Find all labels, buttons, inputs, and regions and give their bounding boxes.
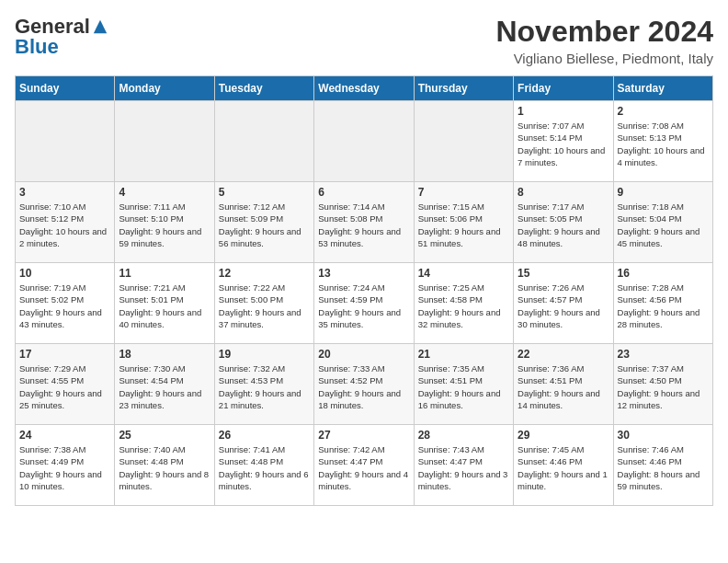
calendar-cell: 20Sunrise: 7:33 AMSunset: 4:52 PMDayligh… [314, 344, 414, 425]
day-number: 12 [219, 267, 310, 280]
day-info: Sunrise: 7:41 AMSunset: 4:48 PMDaylight:… [219, 443, 310, 492]
day-number: 28 [418, 429, 509, 442]
calendar-cell: 8Sunrise: 7:17 AMSunset: 5:05 PMDaylight… [514, 182, 613, 263]
calendar-cell: 17Sunrise: 7:29 AMSunset: 4:55 PMDayligh… [16, 344, 115, 425]
day-info: Sunrise: 7:21 AMSunset: 5:01 PMDaylight:… [119, 282, 210, 330]
calendar-cell: 9Sunrise: 7:18 AMSunset: 5:04 PMDaylight… [613, 182, 712, 263]
day-number: 14 [418, 267, 509, 280]
logo-icon [92, 18, 108, 35]
calendar-cell: 29Sunrise: 7:45 AMSunset: 4:46 PMDayligh… [514, 425, 613, 506]
calendar-cell: 26Sunrise: 7:41 AMSunset: 4:48 PMDayligh… [214, 425, 313, 506]
day-number: 17 [19, 348, 110, 361]
day-info: Sunrise: 7:46 AMSunset: 4:46 PMDaylight:… [618, 443, 709, 492]
calendar-cell: 7Sunrise: 7:15 AMSunset: 5:06 PMDaylight… [414, 182, 513, 263]
day-number: 6 [318, 186, 409, 199]
day-info: Sunrise: 7:33 AMSunset: 4:52 PMDaylight:… [318, 362, 409, 411]
calendar-cell: 18Sunrise: 7:30 AMSunset: 4:54 PMDayligh… [115, 344, 214, 425]
day-number: 10 [19, 267, 110, 280]
calendar-week-2: 3Sunrise: 7:10 AMSunset: 5:12 PMDaylight… [16, 182, 713, 263]
calendar-cell: 21Sunrise: 7:35 AMSunset: 4:51 PMDayligh… [414, 344, 513, 425]
calendar-header-row: SundayMondayTuesdayWednesdayThursdayFrid… [16, 76, 713, 101]
day-number: 8 [518, 186, 609, 199]
day-info: Sunrise: 7:10 AMSunset: 5:12 PMDaylight:… [19, 201, 110, 249]
calendar-cell [414, 101, 513, 182]
calendar-cell: 6Sunrise: 7:14 AMSunset: 5:08 PMDaylight… [314, 182, 414, 263]
day-info: Sunrise: 7:37 AMSunset: 4:50 PMDaylight:… [618, 362, 709, 411]
day-number: 15 [518, 267, 609, 280]
svg-marker-0 [94, 20, 107, 33]
calendar-cell: 15Sunrise: 7:26 AMSunset: 4:57 PMDayligh… [514, 263, 613, 344]
day-info: Sunrise: 7:08 AMSunset: 5:13 PMDaylight:… [618, 120, 709, 168]
calendar-cell [314, 101, 414, 182]
logo-blue: Blue [15, 35, 59, 58]
calendar-header-friday: Friday [514, 76, 613, 101]
calendar-cell: 13Sunrise: 7:24 AMSunset: 4:59 PMDayligh… [314, 263, 414, 344]
calendar-cell: 2Sunrise: 7:08 AMSunset: 5:13 PMDaylight… [613, 101, 712, 182]
calendar-cell [214, 101, 313, 182]
day-number: 16 [618, 267, 709, 280]
day-number: 9 [618, 186, 709, 199]
day-info: Sunrise: 7:15 AMSunset: 5:06 PMDaylight:… [418, 201, 509, 249]
day-info: Sunrise: 7:28 AMSunset: 4:56 PMDaylight:… [618, 282, 709, 330]
calendar-cell: 5Sunrise: 7:12 AMSunset: 5:09 PMDaylight… [214, 182, 313, 263]
calendar-table: SundayMondayTuesdayWednesdayThursdayFrid… [15, 75, 713, 506]
calendar-cell: 30Sunrise: 7:46 AMSunset: 4:46 PMDayligh… [613, 425, 712, 506]
calendar-header-monday: Monday [115, 76, 214, 101]
day-info: Sunrise: 7:30 AMSunset: 4:54 PMDaylight:… [119, 362, 210, 411]
day-info: Sunrise: 7:36 AMSunset: 4:51 PMDaylight:… [518, 362, 609, 411]
day-number: 20 [318, 348, 409, 361]
page-header: General Blue November 2024 Vigliano Biel… [15, 15, 713, 66]
day-info: Sunrise: 7:19 AMSunset: 5:02 PMDaylight:… [19, 282, 110, 330]
day-number: 7 [418, 186, 509, 199]
calendar-cell: 27Sunrise: 7:42 AMSunset: 4:47 PMDayligh… [314, 425, 414, 506]
calendar-cell: 19Sunrise: 7:32 AMSunset: 4:53 PMDayligh… [214, 344, 313, 425]
calendar-header-saturday: Saturday [613, 76, 712, 101]
day-info: Sunrise: 7:25 AMSunset: 4:58 PMDaylight:… [418, 282, 509, 330]
calendar-header-thursday: Thursday [414, 76, 513, 101]
day-info: Sunrise: 7:40 AMSunset: 4:48 PMDaylight:… [119, 443, 210, 492]
calendar-cell: 1Sunrise: 7:07 AMSunset: 5:14 PMDaylight… [514, 101, 613, 182]
calendar-cell: 22Sunrise: 7:36 AMSunset: 4:51 PMDayligh… [514, 344, 613, 425]
month-title: November 2024 [495, 15, 713, 49]
calendar-header-tuesday: Tuesday [214, 76, 313, 101]
calendar-header-wednesday: Wednesday [314, 76, 414, 101]
day-number: 11 [119, 267, 210, 280]
day-number: 29 [518, 429, 609, 442]
day-number: 25 [119, 429, 210, 442]
calendar-header-sunday: Sunday [16, 76, 115, 101]
day-info: Sunrise: 7:29 AMSunset: 4:55 PMDaylight:… [19, 362, 110, 411]
calendar-cell: 11Sunrise: 7:21 AMSunset: 5:01 PMDayligh… [115, 263, 214, 344]
day-number: 18 [119, 348, 210, 361]
day-info: Sunrise: 7:45 AMSunset: 4:46 PMDaylight:… [518, 443, 609, 492]
calendar-cell: 23Sunrise: 7:37 AMSunset: 4:50 PMDayligh… [613, 344, 712, 425]
day-number: 23 [618, 348, 709, 361]
day-number: 27 [318, 429, 409, 442]
day-number: 4 [119, 186, 210, 199]
calendar-week-4: 17Sunrise: 7:29 AMSunset: 4:55 PMDayligh… [16, 344, 713, 425]
day-info: Sunrise: 7:22 AMSunset: 5:00 PMDaylight:… [219, 282, 310, 330]
calendar-cell: 25Sunrise: 7:40 AMSunset: 4:48 PMDayligh… [115, 425, 214, 506]
day-number: 30 [618, 429, 709, 442]
day-info: Sunrise: 7:43 AMSunset: 4:47 PMDaylight:… [418, 443, 509, 492]
calendar-cell: 10Sunrise: 7:19 AMSunset: 5:02 PMDayligh… [16, 263, 115, 344]
day-info: Sunrise: 7:07 AMSunset: 5:14 PMDaylight:… [518, 120, 609, 168]
day-number: 24 [19, 429, 110, 442]
day-number: 5 [219, 186, 310, 199]
day-number: 22 [518, 348, 609, 361]
calendar-cell: 14Sunrise: 7:25 AMSunset: 4:58 PMDayligh… [414, 263, 513, 344]
day-info: Sunrise: 7:42 AMSunset: 4:47 PMDaylight:… [318, 443, 409, 492]
calendar-cell [16, 101, 115, 182]
calendar-cell: 4Sunrise: 7:11 AMSunset: 5:10 PMDaylight… [115, 182, 214, 263]
calendar-cell [115, 101, 214, 182]
logo: General Blue [15, 15, 108, 59]
day-number: 13 [318, 267, 409, 280]
day-number: 1 [518, 105, 609, 118]
day-number: 21 [418, 348, 509, 361]
day-number: 26 [219, 429, 310, 442]
day-info: Sunrise: 7:26 AMSunset: 4:57 PMDaylight:… [518, 282, 609, 330]
calendar-week-3: 10Sunrise: 7:19 AMSunset: 5:02 PMDayligh… [16, 263, 713, 344]
calendar-cell: 28Sunrise: 7:43 AMSunset: 4:47 PMDayligh… [414, 425, 513, 506]
day-info: Sunrise: 7:35 AMSunset: 4:51 PMDaylight:… [418, 362, 509, 411]
day-number: 2 [618, 105, 709, 118]
calendar-body: 1Sunrise: 7:07 AMSunset: 5:14 PMDaylight… [16, 101, 713, 506]
